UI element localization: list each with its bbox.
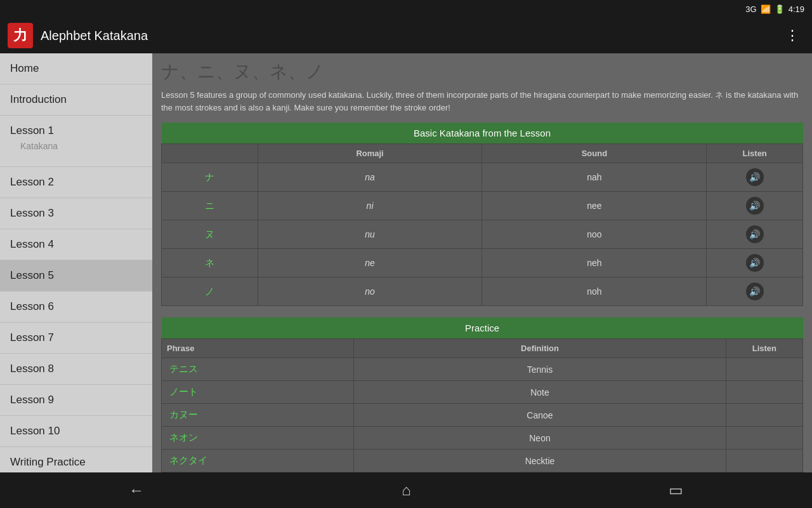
practice-table-row: ノート Note — [162, 381, 803, 404]
sidebar-item-introduction[interactable]: Introduction — [0, 84, 152, 116]
time-display: 4:19 — [789, 4, 804, 14]
phrase-cell: カヌー — [162, 404, 354, 427]
status-bar: 3G 📶 🔋 4:19 — [0, 0, 812, 18]
listen-cell-practice — [726, 404, 802, 427]
practice-table-row: テニス Tennis — [162, 358, 803, 381]
col-katakana — [162, 144, 258, 163]
sidebar-item-lesson7[interactable]: Lesson 7 — [0, 323, 152, 354]
listen-button[interactable]: 🔊 — [746, 168, 764, 186]
sidebar-item-lesson9[interactable]: Lesson 9 — [0, 385, 152, 416]
basic-table-row: ノ no noh 🔊 — [162, 277, 803, 306]
listen-button[interactable]: 🔊 — [746, 197, 764, 215]
lesson-description: Lesson 5 features a group of commonly us… — [161, 89, 803, 114]
col-romaji: Romaji — [258, 144, 482, 163]
sidebar: Home Introduction Lesson 1 Katakana Less… — [0, 53, 152, 472]
app-bar: 力 Alephbet Katakana ⋮ — [0, 18, 812, 53]
practice-table: Practice Phrase Definition Listen テニス Te… — [161, 318, 803, 472]
bottom-nav: ← ⌂ ▭ — [0, 472, 812, 508]
content-area: ナ、ニ、ヌ、ネ、ノ Lesson 5 features a group of c… — [152, 53, 812, 472]
basic-table-row: ニ ni nee 🔊 — [162, 192, 803, 220]
phrase-cell: ネオン — [162, 427, 354, 450]
sound-cell: nah — [482, 163, 707, 192]
menu-button[interactable]: ⋮ — [780, 22, 804, 49]
listen-cell-practice — [726, 358, 802, 381]
basic-table-header: Basic Katakana from the Lesson — [162, 123, 803, 144]
listen-cell: 🔊 — [707, 220, 803, 249]
listen-cell: 🔊 — [707, 163, 803, 192]
practice-table-row: カヌー Canoe — [162, 404, 803, 427]
sound-cell: neh — [482, 249, 707, 277]
basic-katakana-table: Basic Katakana from the Lesson Romaji So… — [161, 123, 803, 306]
col-phrase: Phrase — [162, 339, 354, 358]
katakana-cell: ネ — [162, 249, 258, 277]
app-icon: 力 — [8, 23, 33, 48]
listen-cell: 🔊 — [707, 192, 803, 220]
app-title: Alephbet Katakana — [41, 29, 780, 43]
recent-button[interactable]: ▭ — [653, 476, 698, 504]
sidebar-item-lesson3[interactable]: Lesson 3 — [0, 198, 152, 229]
sidebar-item-lesson2[interactable]: Lesson 2 — [0, 167, 152, 198]
col-definition: Definition — [354, 339, 726, 358]
romaji-cell: no — [258, 277, 482, 306]
phrase-cell: ノート — [162, 381, 354, 404]
col-listen: Listen — [707, 144, 803, 163]
main-layout: Home Introduction Lesson 1 Katakana Less… — [0, 53, 812, 472]
sidebar-item-writing[interactable]: Writing Practice — [0, 447, 152, 472]
status-bar-right: 3G 📶 🔋 4:19 — [745, 4, 804, 14]
katakana-cell: ヌ — [162, 220, 258, 249]
sound-cell: nee — [482, 192, 707, 220]
romaji-cell: na — [258, 163, 482, 192]
definition-cell: Neon — [354, 427, 726, 450]
listen-cell: 🔊 — [707, 249, 803, 277]
practice-table-row: ネクタイ Necktie — [162, 450, 803, 472]
listen-button[interactable]: 🔊 — [746, 225, 764, 243]
basic-table-row: ナ na nah 🔊 — [162, 163, 803, 192]
sound-cell: noo — [482, 220, 707, 249]
listen-button[interactable]: 🔊 — [746, 254, 764, 272]
phrase-cell: ネクタイ — [162, 450, 354, 472]
signal-icon: 📶 — [761, 4, 771, 14]
sidebar-item-lesson1[interactable]: Lesson 1 Katakana — [0, 116, 152, 167]
sidebar-item-lesson5[interactable]: Lesson 5 — [0, 260, 152, 291]
sound-cell: noh — [482, 277, 707, 306]
romaji-cell: ne — [258, 249, 482, 277]
practice-table-row: ネオン Neon — [162, 427, 803, 450]
phrase-cell: テニス — [162, 358, 354, 381]
listen-button[interactable]: 🔊 — [746, 283, 764, 300]
home-button[interactable]: ⌂ — [386, 476, 426, 504]
listen-cell-practice — [726, 450, 802, 472]
katakana-cell: ナ — [162, 163, 258, 192]
basic-table-row: ネ ne neh 🔊 — [162, 249, 803, 277]
lesson-header: ナ、ニ、ヌ、ネ、ノ — [161, 60, 803, 84]
sidebar-item-lesson10[interactable]: Lesson 10 — [0, 416, 152, 447]
definition-cell: Canoe — [354, 404, 726, 427]
sidebar-item-lesson6[interactable]: Lesson 6 — [0, 291, 152, 323]
practice-table-header: Practice — [162, 318, 803, 339]
sidebar-item-lesson4[interactable]: Lesson 4 — [0, 229, 152, 260]
sidebar-item-lesson8[interactable]: Lesson 8 — [0, 354, 152, 385]
listen-cell-practice — [726, 381, 802, 404]
definition-cell: Note — [354, 381, 726, 404]
col-listen-practice: Listen — [726, 339, 802, 358]
katakana-cell: ノ — [162, 277, 258, 306]
back-button[interactable]: ← — [114, 476, 159, 504]
listen-cell-practice — [726, 427, 802, 450]
romaji-cell: ni — [258, 192, 482, 220]
basic-table-row: ヌ nu noo 🔊 — [162, 220, 803, 249]
listen-cell: 🔊 — [707, 277, 803, 306]
sidebar-katakana-label: Katakana — [10, 137, 142, 157]
definition-cell: Necktie — [354, 450, 726, 472]
network-indicator: 3G — [745, 4, 756, 14]
definition-cell: Tennis — [354, 358, 726, 381]
col-sound: Sound — [482, 144, 707, 163]
sidebar-item-home[interactable]: Home — [0, 53, 152, 84]
battery-icon: 🔋 — [775, 4, 785, 14]
romaji-cell: nu — [258, 220, 482, 249]
katakana-cell: ニ — [162, 192, 258, 220]
